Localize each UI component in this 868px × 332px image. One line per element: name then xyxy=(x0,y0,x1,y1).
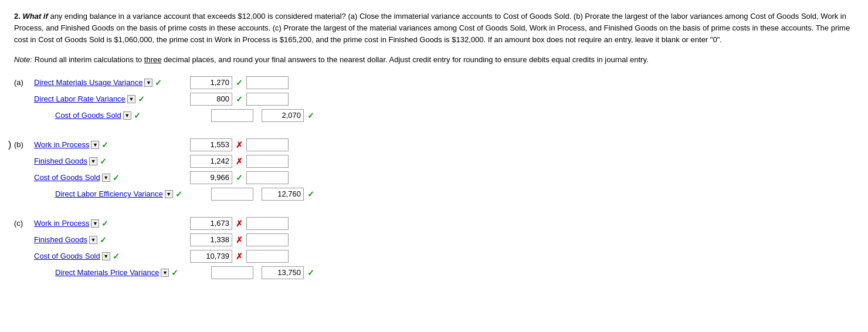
section-b: ) (b) Work in Process ▼ ✓ ✗ Finished Goo… xyxy=(14,138,854,204)
row-c-1: Work in Process ▼ ✓ ✗ xyxy=(34,217,314,230)
debit-check-c-2: ✗ xyxy=(236,235,243,245)
credit-check-a-3: ✓ xyxy=(307,111,314,120)
section-a: (a) Direct Materials Usage Variance ▼ ✓ … xyxy=(14,76,854,126)
credit-input-a-1[interactable] xyxy=(246,76,289,89)
credit-input-b-3[interactable] xyxy=(246,171,289,184)
debit-input-c-1[interactable] xyxy=(190,217,232,230)
debit-input-c-2[interactable] xyxy=(190,233,232,246)
account-select-a-1: Direct Materials Usage Variance ▼ ✓ xyxy=(34,78,187,87)
debit-input-a-1[interactable] xyxy=(190,76,232,89)
row-c-3: Cost of Goods Sold ▼ ✓ ✗ xyxy=(34,250,314,263)
row-a-2: Direct Labor Rate Variance ▼ ✓ ✓ xyxy=(34,93,314,106)
dropdown-arrow-b-3[interactable]: ▼ xyxy=(102,174,110,182)
account-select-a-2: Direct Labor Rate Variance ▼ ✓ xyxy=(34,94,187,104)
account-link-b-1[interactable]: Work in Process xyxy=(34,140,89,149)
credit-input-c-2[interactable] xyxy=(246,233,289,246)
account-link-a-1[interactable]: Direct Materials Usage Variance xyxy=(34,78,143,87)
debit-check-c-1: ✗ xyxy=(236,219,243,228)
note-paragraph: Note: Round all interim calculations to … xyxy=(14,54,854,66)
debit-check-b-2: ✗ xyxy=(236,157,243,166)
dropdown-arrow-a-3[interactable]: ▼ xyxy=(123,111,131,120)
account-link-c-3[interactable]: Cost of Goods Sold xyxy=(34,252,100,260)
credit-input-a-3[interactable] xyxy=(262,109,304,122)
check-b-1: ✓ xyxy=(101,140,108,150)
section-c-rows: Work in Process ▼ ✓ ✗ Finished Goods ▼ ✓… xyxy=(34,217,314,283)
check-a-2: ✓ xyxy=(138,94,145,104)
row-a-1: Direct Materials Usage Variance ▼ ✓ ✓ xyxy=(34,76,314,89)
paren-marker-b: ) xyxy=(8,140,11,150)
account-select-c-3: Cost of Goods Sold ▼ ✓ xyxy=(34,252,187,261)
account-select-c-2: Finished Goods ▼ ✓ xyxy=(34,235,187,245)
row-b-2: Finished Goods ▼ ✓ ✗ xyxy=(34,155,314,168)
account-link-b-4[interactable]: Direct Labor Efficiency Variance xyxy=(55,189,163,198)
debit-input-c-4[interactable] xyxy=(211,266,253,279)
dropdown-arrow-b-4[interactable]: ▼ xyxy=(165,190,173,198)
credit-check-c-4: ✓ xyxy=(307,268,314,277)
dropdown-arrow-b-1[interactable]: ▼ xyxy=(91,141,99,149)
credit-input-c-1[interactable] xyxy=(246,217,289,230)
credit-check-b-4: ✓ xyxy=(307,189,314,199)
row-b-1: Work in Process ▼ ✓ ✗ xyxy=(34,138,314,151)
credit-input-b-1[interactable] xyxy=(246,138,289,151)
section-c: (c) Work in Process ▼ ✓ ✗ Finished Goods… xyxy=(14,217,854,283)
check-b-3: ✓ xyxy=(113,173,120,182)
account-link-a-3[interactable]: Cost of Goods Sold xyxy=(55,111,121,120)
dropdown-arrow-c-1[interactable]: ▼ xyxy=(91,219,99,228)
debit-input-c-3[interactable] xyxy=(190,250,232,263)
section-b-label: (b) xyxy=(14,138,30,149)
row-c-4: Direct Materials Price Variance ▼ ✓ ✓ xyxy=(55,266,314,279)
dropdown-arrow-b-2[interactable]: ▼ xyxy=(89,157,97,165)
account-select-c-1: Work in Process ▼ ✓ xyxy=(34,219,187,228)
credit-input-c-4[interactable] xyxy=(262,266,304,279)
check-b-2: ✓ xyxy=(100,157,107,166)
dropdown-arrow-c-4[interactable]: ▼ xyxy=(161,269,169,277)
debit-input-b-2[interactable] xyxy=(190,155,232,168)
section-c-label: (c) xyxy=(14,217,30,228)
check-c-4: ✓ xyxy=(171,268,178,277)
row-b-3: Cost of Goods Sold ▼ ✓ ✓ xyxy=(34,171,314,184)
section-a-rows: Direct Materials Usage Variance ▼ ✓ ✓ Di… xyxy=(34,76,314,126)
check-a-1: ✓ xyxy=(155,78,162,87)
account-link-b-3[interactable]: Cost of Goods Sold xyxy=(34,173,100,182)
check-b-4: ✓ xyxy=(175,189,182,199)
credit-input-a-2[interactable] xyxy=(246,93,289,106)
debit-check-b-1: ✗ xyxy=(236,140,243,150)
row-a-3: Cost of Goods Sold ▼ ✓ ✓ xyxy=(55,109,314,122)
dropdown-arrow-c-3[interactable]: ▼ xyxy=(102,252,110,260)
account-select-a-3: Cost of Goods Sold ▼ ✓ xyxy=(55,111,208,120)
account-select-b-4: Direct Labor Efficiency Variance ▼ ✓ xyxy=(55,189,208,199)
dropdown-arrow-a-2[interactable]: ▼ xyxy=(127,95,135,103)
check-c-1: ✓ xyxy=(101,219,108,228)
debit-check-c-3: ✗ xyxy=(236,252,243,261)
credit-input-b-4[interactable] xyxy=(262,188,304,201)
check-c-2: ✓ xyxy=(100,235,107,245)
debit-input-a-3[interactable] xyxy=(211,109,253,122)
credit-input-c-3[interactable] xyxy=(246,250,289,263)
debit-check-a-2: ✓ xyxy=(236,94,243,104)
account-link-b-2[interactable]: Finished Goods xyxy=(34,157,87,165)
dropdown-arrow-a-1[interactable]: ▼ xyxy=(144,79,152,87)
debit-input-b-3[interactable] xyxy=(190,171,232,184)
debit-input-b-4[interactable] xyxy=(211,188,253,201)
debit-check-a-1: ✓ xyxy=(236,78,243,87)
intro-paragraph: 2. What if any ending balance in a varia… xyxy=(14,11,854,46)
debit-input-a-2[interactable] xyxy=(190,93,232,106)
section-a-label: (a) xyxy=(14,76,30,87)
account-link-c-1[interactable]: Work in Process xyxy=(34,219,89,228)
account-link-c-4[interactable]: Direct Materials Price Variance xyxy=(55,268,159,277)
account-select-b-3: Cost of Goods Sold ▼ ✓ xyxy=(34,173,187,182)
check-c-3: ✓ xyxy=(113,252,120,261)
credit-input-b-2[interactable] xyxy=(246,155,289,168)
row-c-2: Finished Goods ▼ ✓ ✗ xyxy=(34,233,314,246)
account-select-c-4: Direct Materials Price Variance ▼ ✓ xyxy=(55,268,208,277)
account-link-c-2[interactable]: Finished Goods xyxy=(34,235,87,244)
check-a-3: ✓ xyxy=(134,111,141,120)
dropdown-arrow-c-2[interactable]: ▼ xyxy=(89,236,97,244)
debit-input-b-1[interactable] xyxy=(190,138,232,151)
account-link-a-2[interactable]: Direct Labor Rate Variance xyxy=(34,94,126,103)
debit-check-b-3: ✓ xyxy=(236,173,243,182)
row-b-4: Direct Labor Efficiency Variance ▼ ✓ ✓ xyxy=(55,188,314,201)
account-select-b-1: Work in Process ▼ ✓ xyxy=(34,140,187,150)
account-select-b-2: Finished Goods ▼ ✓ xyxy=(34,157,187,166)
section-b-rows: Work in Process ▼ ✓ ✗ Finished Goods ▼ ✓… xyxy=(34,138,314,204)
